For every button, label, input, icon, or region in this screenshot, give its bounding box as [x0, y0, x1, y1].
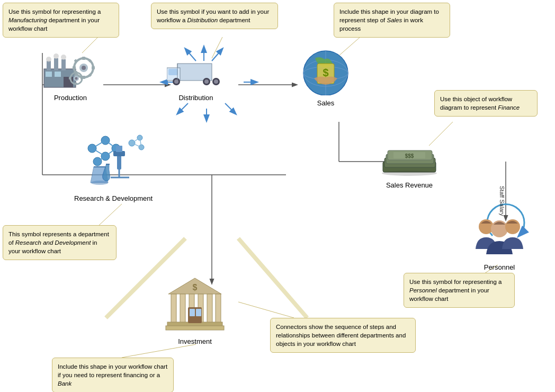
staff-salary-label: Staff Salary: [499, 186, 505, 216]
svg-rect-44: [92, 66, 95, 69]
callout-personnel: Use this symbol for representing a Perso…: [404, 273, 515, 308]
svg-point-51: [75, 77, 78, 80]
svg-rect-29: [46, 72, 52, 77]
svg-point-40: [82, 66, 86, 70]
finance-italic: Finance: [498, 104, 520, 111]
node-sales-revenue: $$$ Sales Revenue: [380, 135, 438, 189]
node-distribution: Distribution: [167, 53, 225, 102]
svg-line-27: [238, 302, 294, 318]
research-italic: Research and Development: [15, 239, 91, 246]
sales-revenue-label: Sales Revenue: [380, 181, 438, 189]
svg-line-18: [225, 103, 236, 114]
svg-rect-32: [47, 61, 51, 70]
callout-finance: Use this object of workflow diagram to r…: [434, 90, 538, 117]
distribution-italic: Distribution: [187, 17, 218, 23]
production-label: Production: [41, 94, 100, 102]
svg-rect-93: [116, 146, 122, 152]
svg-line-11: [238, 238, 307, 318]
node-research: Research & Development: [74, 132, 153, 202]
svg-rect-104: [180, 294, 185, 323]
svg-text:$: $: [323, 67, 328, 78]
svg-rect-107: [207, 294, 212, 323]
svg-point-35: [46, 57, 51, 62]
svg-point-60: [174, 79, 178, 84]
svg-rect-41: [82, 57, 85, 60]
svg-line-25: [122, 344, 196, 358]
callout-manufacturing: Use this symbol for representing a Manuf…: [3, 3, 119, 38]
svg-rect-34: [61, 59, 66, 70]
svg-point-62: [204, 79, 209, 84]
manufacturing-italic: Manufacturing: [8, 17, 47, 23]
svg-rect-103: [171, 294, 176, 323]
research-label: Research & Development: [74, 194, 153, 202]
sales-label: Sales: [299, 99, 352, 107]
callout-research: This symbol represents a department of R…: [3, 225, 117, 260]
sales-italic: Sales: [387, 17, 402, 23]
svg-point-94: [91, 181, 108, 185]
svg-rect-108: [216, 294, 221, 323]
svg-point-78: [382, 171, 437, 176]
personnel-italic: Personnel: [409, 287, 437, 293]
callout-sales: Include this shape in your diagram to re…: [334, 3, 450, 38]
callout-bank: Include this shape in your workflow char…: [52, 358, 174, 392]
svg-rect-52: [75, 71, 77, 73]
node-sales: $ Sales: [299, 48, 352, 107]
node-personnel: Personnel: [470, 212, 529, 271]
svg-rect-54: [69, 77, 71, 79]
node-production: Production: [41, 48, 100, 102]
svg-rect-53: [75, 83, 77, 85]
svg-rect-113: [190, 309, 195, 316]
node-investment: $ Investment: [163, 275, 227, 345]
investment-label: Investment: [163, 337, 227, 345]
svg-point-36: [53, 54, 59, 59]
svg-rect-114: [196, 309, 201, 316]
callout-distribution: Use this symbol if you want to add in yo…: [151, 3, 278, 29]
personnel-label: Personnel: [470, 263, 529, 271]
svg-rect-110: [166, 326, 224, 330]
svg-text:$$$: $$$: [405, 153, 414, 159]
distribution-label: Distribution: [167, 94, 225, 102]
svg-rect-33: [54, 58, 58, 70]
svg-rect-58: [168, 69, 178, 75]
callout-connectors: Connectors show the sequence of steps an…: [270, 318, 416, 353]
svg-text:$: $: [193, 283, 198, 292]
svg-rect-30: [55, 72, 61, 77]
svg-point-64: [214, 79, 218, 84]
svg-rect-43: [73, 66, 76, 69]
svg-point-37: [61, 55, 66, 60]
bank-italic: Bank: [58, 380, 71, 387]
svg-rect-55: [80, 77, 83, 79]
svg-line-17: [177, 103, 188, 114]
